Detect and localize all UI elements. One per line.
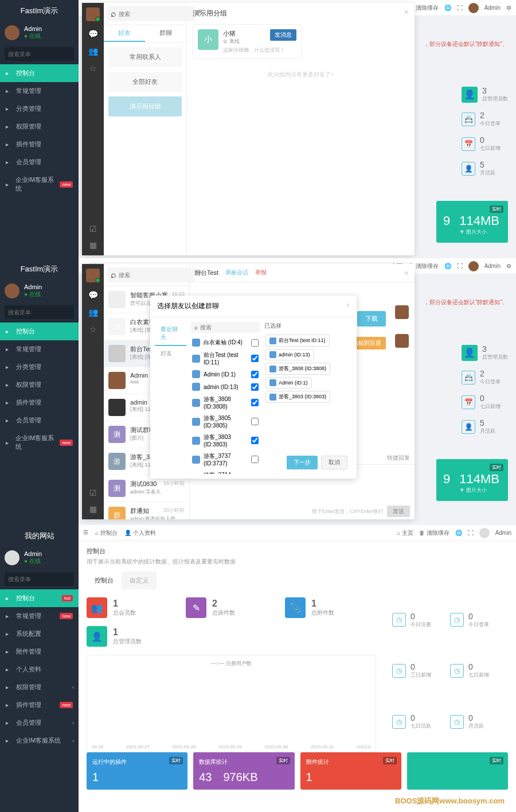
sidebar-user[interactable]: Admin在线	[0, 547, 79, 569]
friend-row[interactable]: admin (ID:13)	[191, 380, 260, 393]
download-button[interactable]: 下载	[357, 311, 386, 327]
cancel-button[interactable]: 取消	[321, 456, 347, 469]
sidebar-item[interactable]: ▸企业IM客服系统‹	[0, 732, 79, 749]
search-input[interactable]	[8, 51, 81, 57]
sidebar-item[interactable]: ▸控制台	[0, 64, 79, 82]
clear-cache-link[interactable]: 🗑 清除缓存	[419, 529, 449, 537]
chat-icon[interactable]: 💬	[88, 290, 98, 300]
sidebar-user[interactable]: Admin在线	[0, 280, 79, 302]
sidebar-item[interactable]: ▸会员管理	[0, 411, 79, 429]
friend-checkbox[interactable]	[251, 383, 259, 391]
sidebar-search[interactable]: ⌕	[5, 305, 74, 319]
tab-recent[interactable]: 最近聊天	[155, 322, 186, 346]
sidebar-item[interactable]: ▸分类管理	[0, 100, 79, 118]
sidebar-item[interactable]: ▸权限管理	[0, 118, 79, 135]
friend-search-input[interactable]	[200, 324, 273, 331]
sidebar-item[interactable]: ▸插件管理	[0, 135, 79, 153]
im-search-input[interactable]	[119, 272, 191, 278]
friend-row[interactable]: 游客_3803 (ID:3803)	[191, 431, 260, 450]
search-input[interactable]	[8, 576, 81, 582]
friend-checkbox[interactable]	[251, 418, 259, 425]
sidebar-search[interactable]: ⌕	[5, 572, 74, 586]
grid-icon[interactable]: ▦	[89, 504, 97, 514]
sidebar-item[interactable]: ▸常规管理new	[0, 607, 79, 625]
friend-checkbox[interactable]	[251, 456, 259, 463]
sidebar-item[interactable]: ▸系统配置	[0, 625, 79, 643]
chat-input[interactable]	[190, 480, 415, 503]
star-icon[interactable]: ☆	[89, 64, 97, 73]
friend-row[interactable]: 游客_3808 (ID:3808)	[191, 393, 260, 412]
sidebar-item[interactable]: ▸控制台hot	[0, 589, 79, 607]
settings-icon[interactable]: ⚙	[506, 263, 511, 269]
sidebar-item[interactable]: ▸权限管理‹	[0, 678, 79, 696]
grid-icon[interactable]: ▦	[89, 240, 97, 250]
sidebar-item[interactable]: ▸插件管理new	[0, 696, 79, 714]
star-icon[interactable]: ☆	[89, 325, 97, 334]
close-icon[interactable]: ×	[346, 301, 350, 311]
im-search[interactable]: ⌕	[107, 6, 195, 21]
fullscreen-icon[interactable]: ⛶	[468, 530, 474, 536]
selected-chip[interactable]: 游客_3808 (ID:3808)	[265, 363, 330, 375]
chat-icon[interactable]: 💬	[88, 29, 98, 38]
lang-icon[interactable]: 🌐	[455, 530, 462, 536]
sidebar-item[interactable]: ▸个人资料	[0, 661, 79, 678]
im-search-input[interactable]	[119, 11, 191, 17]
group-demo[interactable]: 演示用分组	[108, 96, 182, 116]
block-link[interactable]: 屏蔽会话	[225, 269, 248, 277]
friend-checkbox[interactable]	[251, 355, 259, 362]
sidebar-item[interactable]: ▸附件管理	[0, 643, 79, 661]
group-all[interactable]: 全部好友	[108, 72, 182, 92]
selected-chip[interactable]: 前台Test (test ID:11)	[265, 335, 330, 347]
close-icon[interactable]: ×	[404, 269, 409, 278]
sidebar-item[interactable]: ▸分类管理	[0, 358, 79, 376]
search-input[interactable]	[8, 309, 81, 316]
sidebar-item[interactable]: ▸企业IM客服系统new	[0, 429, 79, 456]
selected-chip[interactable]: admin (ID:13)	[265, 349, 314, 360]
friend-checkbox[interactable]	[251, 437, 259, 444]
check-icon[interactable]: ☑	[89, 224, 97, 234]
sidebar-user[interactable]: Admin 在线	[0, 22, 79, 44]
fullscreen-icon[interactable]: ⛶	[457, 263, 463, 269]
selected-chip[interactable]: 游客_3803 (ID:3803)	[265, 391, 330, 403]
sidebar-item[interactable]: ▸常规管理	[0, 340, 79, 358]
sidebar-item[interactable]: ▸插件管理	[0, 394, 79, 411]
contacts-icon[interactable]: 👥	[88, 308, 98, 317]
friend-checkbox[interactable]	[251, 339, 259, 347]
im-search[interactable]: ⌕	[107, 267, 195, 282]
topbar-avatar[interactable]	[479, 528, 490, 538]
menu-toggle-icon[interactable]: ☰	[83, 529, 88, 537]
friend-checkbox[interactable]	[251, 399, 259, 406]
lang-icon[interactable]: 🌐	[444, 263, 451, 269]
topbar-avatar[interactable]	[468, 3, 479, 13]
conversation-item[interactable]: 群群通知20小时前admin邀请你加入群...	[104, 502, 189, 519]
settings-icon[interactable]: ⚙	[506, 5, 511, 11]
conversation-item[interactable]: 测测试083016小时前admin:等多久	[104, 475, 189, 502]
contacts-icon[interactable]: 👥	[88, 46, 98, 56]
sidebar-item[interactable]: ▸控制台	[0, 323, 79, 340]
im-avatar[interactable]	[86, 7, 100, 21]
sidebar-search[interactable]: ⌕	[5, 47, 74, 61]
tab-groups[interactable]: 群聊	[145, 25, 186, 42]
tab-custom[interactable]: 自定义	[122, 572, 157, 589]
friend-row[interactable]: 白衣素袖 (ID:4)	[191, 336, 260, 349]
lang-icon[interactable]: 🌐	[444, 5, 451, 11]
fullscreen-icon[interactable]: ⛶	[457, 5, 463, 11]
next-button[interactable]: 下一步	[287, 456, 318, 469]
send-message-button[interactable]: 发消息	[270, 29, 296, 41]
friend-row[interactable]: 游客_3737 (ID:3737)	[191, 450, 260, 469]
sidebar-item[interactable]: ▸企业IM客服系统new	[0, 171, 79, 197]
home-link[interactable]: ⌂ 主页	[397, 529, 413, 537]
friend-row[interactable]: 游客_3714 (ID:3714)	[191, 469, 260, 474]
tab-console[interactable]: 控制台	[87, 572, 122, 589]
im-avatar[interactable]	[86, 269, 100, 282]
friend-row[interactable]: 前台Test (test ID:11)	[191, 349, 260, 368]
topbar-avatar[interactable]	[468, 261, 479, 271]
check-icon[interactable]: ☑	[89, 488, 97, 498]
selected-chip[interactable]: Admin (ID:1)	[265, 377, 312, 388]
profile-crumb[interactable]: 👤 个人资料	[124, 529, 156, 537]
sidebar-item[interactable]: ▸权限管理	[0, 376, 79, 394]
sidebar-item[interactable]: ▸会员管理‹	[0, 714, 79, 732]
friend-row[interactable]: 游客_3805 (ID:3805)	[191, 412, 260, 431]
close-icon[interactable]: ×	[404, 7, 409, 17]
console-crumb[interactable]: ⌂ 控制台	[95, 529, 118, 537]
